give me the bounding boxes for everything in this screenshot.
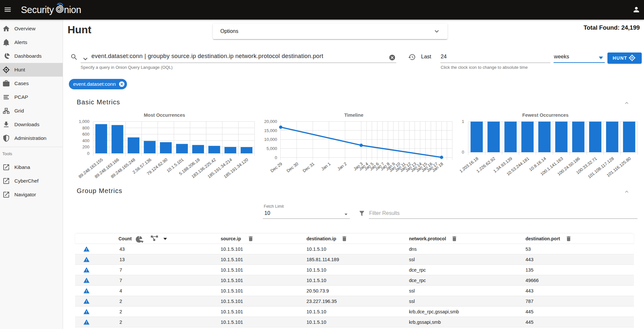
svg-text:20,000: 20,000 xyxy=(264,119,277,124)
svg-text:Dec 29: Dec 29 xyxy=(270,161,283,173)
svg-text:Dec 30: Dec 30 xyxy=(286,161,299,173)
svg-text:Most Occurrences: Most Occurrences xyxy=(144,112,185,118)
svg-text:0: 0 xyxy=(87,151,89,156)
svg-text:0: 0 xyxy=(462,150,464,155)
svg-text:200: 200 xyxy=(82,144,89,149)
svg-text:15,000: 15,000 xyxy=(264,128,277,133)
svg-text:Fewest Occurrences: Fewest Occurrences xyxy=(522,112,569,118)
svg-text:0: 0 xyxy=(275,155,277,160)
svg-text:10,000: 10,000 xyxy=(264,137,277,142)
svg-text:Dec 31: Dec 31 xyxy=(302,161,315,173)
svg-text:800: 800 xyxy=(82,126,89,130)
svg-text:1: 1 xyxy=(462,119,464,124)
svg-text:400: 400 xyxy=(82,138,89,143)
svg-text:Jan 2: Jan 2 xyxy=(337,161,348,172)
svg-text:1,000: 1,000 xyxy=(79,119,89,124)
svg-text:Jan 1: Jan 1 xyxy=(320,161,331,172)
svg-text:Timeline: Timeline xyxy=(344,112,364,118)
svg-text:600: 600 xyxy=(82,132,89,137)
svg-text:5,000: 5,000 xyxy=(266,146,277,151)
